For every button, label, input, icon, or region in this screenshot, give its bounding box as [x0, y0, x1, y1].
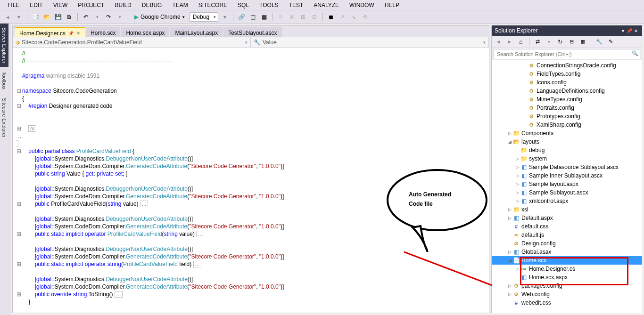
- tree-node[interactable]: XamlSharp.config: [492, 121, 642, 129]
- editor-tab[interactable]: Home.scx: [86, 27, 120, 37]
- save-all-button[interactable]: 🗎: [65, 12, 74, 22]
- tree-node[interactable]: ▷Global.asax: [492, 248, 642, 256]
- tree-node[interactable]: ▷packages.config: [492, 282, 642, 290]
- expand-arrow[interactable]: ▷: [507, 131, 512, 136]
- toolbar-icon[interactable]: ▦: [259, 12, 269, 22]
- config-dropdown[interactable]: Debug: [190, 12, 218, 22]
- browser-link-button[interactable]: 🔗: [237, 12, 246, 22]
- menu-help[interactable]: HELP: [380, 1, 404, 9]
- undo-button[interactable]: ↶: [81, 12, 91, 22]
- menu-file[interactable]: FILE: [3, 1, 24, 9]
- start-debug-button[interactable]: Google Chrome ▾: [132, 14, 188, 20]
- editor-tab[interactable]: Home.Designer.cs📌✕: [15, 27, 85, 37]
- tree-node[interactable]: Design.config: [492, 239, 642, 248]
- new-project-button[interactable]: 📑: [31, 12, 40, 22]
- toolbar-icon[interactable]: ↘: [349, 12, 358, 22]
- tree-node[interactable]: ◢Home.scx: [492, 256, 642, 265]
- undo-dropdown[interactable]: ▾: [92, 12, 102, 22]
- tree-node[interactable]: ▷Sample Inner Sublayout.ascx: [492, 171, 642, 180]
- menu-sql[interactable]: SQL: [233, 1, 254, 9]
- redo-button[interactable]: ↷: [104, 12, 113, 22]
- toolbar-icon[interactable]: ⊞: [298, 12, 308, 22]
- collapse-all-button[interactable]: [567, 37, 576, 47]
- toolbar-icon[interactable]: ↗: [338, 12, 347, 22]
- scope-dropdown[interactable]: ▾: [544, 37, 553, 47]
- expand-arrow[interactable]: ▷: [507, 207, 512, 212]
- expand-arrow[interactable]: ◢: [507, 139, 512, 144]
- back-button[interactable]: [494, 37, 503, 47]
- dock-tab-server-explorer[interactable]: Server Explorer: [0, 24, 8, 67]
- menu-test[interactable]: TEST: [284, 1, 308, 9]
- solution-tree[interactable]: ConnectionStringsOracle.configFieldTypes…: [492, 60, 642, 313]
- nav-back-button[interactable]: [3, 12, 12, 22]
- menu-tools[interactable]: TOOLS: [255, 1, 283, 9]
- menu-debug[interactable]: DEBUG: [137, 1, 167, 9]
- pin-icon[interactable]: 📌: [68, 31, 74, 36]
- close-button[interactable]: ✕: [633, 28, 639, 33]
- menu-build[interactable]: BUILD: [110, 1, 136, 9]
- toolbar-icon[interactable]: ⊟: [310, 12, 319, 22]
- expand-arrow[interactable]: ▷: [514, 182, 520, 186]
- expand-arrow[interactable]: ▷: [514, 156, 520, 161]
- tree-node[interactable]: ▷Sample Sublayout.ascx: [492, 188, 642, 197]
- comment-button[interactable]: ≡: [276, 12, 285, 22]
- tree-node[interactable]: debug: [492, 146, 642, 154]
- tree-node[interactable]: ▷Home.Designer.cs: [492, 265, 642, 273]
- menu-analyze[interactable]: ANALYZE: [309, 1, 344, 9]
- menu-team[interactable]: TEAM: [167, 1, 192, 9]
- tree-node[interactable]: default.js: [492, 231, 642, 239]
- nav-forward-dropdown[interactable]: ▾: [14, 12, 24, 22]
- open-file-button[interactable]: 📂: [42, 12, 51, 22]
- tree-node[interactable]: MimeTypes.config: [492, 95, 642, 104]
- member-dropdown[interactable]: 🔧Value: [251, 37, 489, 47]
- editor-tab[interactable]: MainLayout.aspx: [170, 27, 223, 37]
- tree-node[interactable]: ▷xmlcontrol.aspx: [492, 197, 642, 205]
- expand-arrow[interactable]: ▷: [507, 283, 512, 288]
- type-dropdown[interactable]: ⬗Sitecore.CodeGeneration.ProfileCardValu…: [13, 37, 251, 47]
- editor-tab[interactable]: TestSublayout.ascx: [223, 27, 281, 37]
- expand-arrow[interactable]: ▷: [514, 173, 520, 178]
- menu-project[interactable]: PROJECT: [73, 1, 109, 9]
- tree-node[interactable]: ConnectionStringsOracle.config: [492, 61, 642, 70]
- menu-view[interactable]: VIEW: [49, 1, 73, 9]
- solution-search[interactable]: [494, 49, 640, 59]
- tree-node[interactable]: ▷Sample layout.aspx: [492, 180, 642, 188]
- close-icon[interactable]: ✕: [76, 31, 80, 36]
- expand-arrow[interactable]: ▷: [514, 165, 520, 170]
- tree-node[interactable]: ▷Components: [492, 129, 642, 137]
- show-all-button[interactable]: [578, 37, 587, 47]
- menu-edit[interactable]: EDIT: [25, 1, 47, 9]
- tree-node[interactable]: default.css: [492, 222, 642, 231]
- uncomment-button[interactable]: ≢: [287, 12, 297, 22]
- tree-node[interactable]: Portraits.config: [492, 104, 642, 112]
- expand-arrow[interactable]: ▷: [507, 216, 512, 220]
- properties-button[interactable]: [594, 37, 604, 47]
- redo-dropdown[interactable]: ▾: [115, 12, 124, 22]
- editor-tab[interactable]: Home.scx.aspx: [121, 27, 169, 37]
- toolbar-button[interactable]: ▾: [220, 12, 230, 22]
- preview-button[interactable]: [606, 37, 615, 47]
- expand-arrow[interactable]: ▷: [507, 250, 512, 254]
- tree-node[interactable]: Icons.config: [492, 78, 642, 87]
- tree-node[interactable]: ◢layouts: [492, 137, 642, 146]
- home-button[interactable]: [516, 37, 526, 47]
- tree-node[interactable]: Prototypes.config: [492, 112, 642, 121]
- dock-tab-toolbox[interactable]: Toolbox: [0, 68, 8, 93]
- tree-node[interactable]: ▷Web.config: [492, 290, 642, 299]
- sync-button[interactable]: [533, 37, 542, 47]
- expand-arrow[interactable]: ▷: [514, 199, 520, 203]
- tree-node[interactable]: ▷Default.aspx: [492, 214, 642, 222]
- pin-button[interactable]: 📌: [626, 28, 633, 33]
- tree-node[interactable]: FieldTypes.config: [492, 70, 642, 78]
- expand-arrow[interactable]: ▷: [514, 267, 520, 271]
- dock-tab-sitecore-explorer[interactable]: Sitecore Explorer: [0, 94, 8, 141]
- menu-window[interactable]: WINDOW: [345, 1, 379, 9]
- tree-node[interactable]: webedit.css: [492, 299, 642, 307]
- window-dropdown-button[interactable]: ▾: [619, 28, 626, 33]
- tree-node[interactable]: LanguageDefinitions.config: [492, 87, 642, 95]
- toolbar-icon[interactable]: ⟲: [360, 12, 370, 22]
- tree-node[interactable]: ▷xsl: [492, 205, 642, 214]
- save-button[interactable]: 💾: [53, 12, 63, 22]
- forward-button[interactable]: [505, 37, 514, 47]
- tree-node[interactable]: Home.scx.aspx: [492, 273, 642, 282]
